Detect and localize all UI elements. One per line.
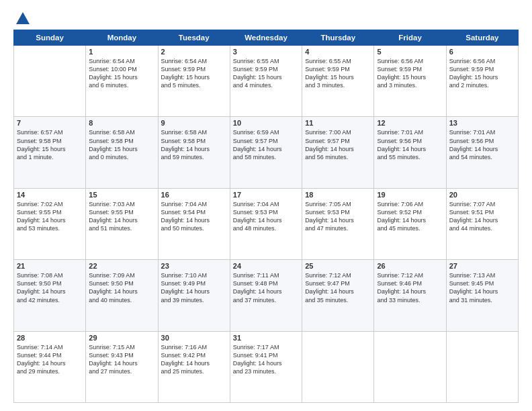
header: [13, 11, 519, 24]
calendar-cell: 17Sunrise: 7:04 AM Sunset: 9:53 PM Dayli…: [230, 188, 302, 259]
calendar-cell: [302, 331, 374, 402]
cell-info: Sunrise: 7:13 AM Sunset: 9:45 PM Dayligh…: [449, 271, 515, 304]
cell-info: Sunrise: 7:06 AM Sunset: 9:52 PM Dayligh…: [377, 200, 443, 233]
weekday-monday: Monday: [86, 30, 158, 46]
cell-info: Sunrise: 6:56 AM Sunset: 9:59 PM Dayligh…: [377, 57, 443, 90]
cell-info: Sunrise: 6:59 AM Sunset: 9:57 PM Dayligh…: [233, 128, 299, 161]
calendar-cell: 14Sunrise: 7:02 AM Sunset: 9:55 PM Dayli…: [14, 188, 86, 259]
cell-info: Sunrise: 7:15 AM Sunset: 9:43 PM Dayligh…: [89, 343, 154, 376]
day-number: 23: [161, 262, 227, 270]
calendar-cell: 30Sunrise: 7:16 AM Sunset: 9:42 PM Dayli…: [158, 331, 230, 402]
calendar-week-5: 28Sunrise: 7:14 AM Sunset: 9:44 PM Dayli…: [14, 331, 519, 402]
calendar-cell: 13Sunrise: 7:01 AM Sunset: 9:56 PM Dayli…: [446, 117, 518, 188]
day-number: 29: [89, 334, 154, 342]
day-number: 26: [377, 262, 443, 270]
calendar-cell: 24Sunrise: 7:11 AM Sunset: 9:48 PM Dayli…: [230, 260, 302, 331]
calendar-cell: 15Sunrise: 7:03 AM Sunset: 9:55 PM Dayli…: [86, 188, 158, 259]
cell-info: Sunrise: 7:12 AM Sunset: 9:46 PM Dayligh…: [377, 271, 443, 304]
logo-icon: [15, 11, 31, 27]
cell-info: Sunrise: 7:02 AM Sunset: 9:55 PM Dayligh…: [17, 200, 83, 233]
weekday-wednesday: Wednesday: [230, 30, 302, 46]
logo: [13, 11, 31, 24]
day-number: 30: [161, 334, 227, 342]
calendar-cell: 29Sunrise: 7:15 AM Sunset: 9:43 PM Dayli…: [86, 331, 158, 402]
calendar-cell: 31Sunrise: 7:17 AM Sunset: 9:41 PM Dayli…: [230, 331, 302, 402]
cell-info: Sunrise: 7:09 AM Sunset: 9:50 PM Dayligh…: [89, 271, 154, 304]
weekday-header-row: SundayMondayTuesdayWednesdayThursdayFrid…: [14, 30, 519, 46]
cell-info: Sunrise: 6:56 AM Sunset: 9:59 PM Dayligh…: [449, 57, 515, 90]
calendar-cell: 18Sunrise: 7:05 AM Sunset: 9:53 PM Dayli…: [302, 188, 374, 259]
calendar-cell: 8Sunrise: 6:58 AM Sunset: 9:58 PM Daylig…: [86, 117, 158, 188]
day-number: 9: [161, 119, 227, 127]
cell-info: Sunrise: 7:16 AM Sunset: 9:42 PM Dayligh…: [161, 343, 227, 376]
cell-info: Sunrise: 6:58 AM Sunset: 9:58 PM Dayligh…: [89, 128, 154, 161]
cell-info: Sunrise: 6:55 AM Sunset: 9:59 PM Dayligh…: [305, 57, 371, 90]
day-number: 8: [89, 119, 154, 127]
calendar-cell: 23Sunrise: 7:10 AM Sunset: 9:49 PM Dayli…: [158, 260, 230, 331]
calendar-cell: 12Sunrise: 7:01 AM Sunset: 9:56 PM Dayli…: [374, 117, 446, 188]
calendar-cell: 10Sunrise: 6:59 AM Sunset: 9:57 PM Dayli…: [230, 117, 302, 188]
calendar-cell: 7Sunrise: 6:57 AM Sunset: 9:58 PM Daylig…: [14, 117, 86, 188]
calendar-cell: 9Sunrise: 6:58 AM Sunset: 9:58 PM Daylig…: [158, 117, 230, 188]
cell-info: Sunrise: 7:10 AM Sunset: 9:49 PM Dayligh…: [161, 271, 227, 304]
cell-info: Sunrise: 7:11 AM Sunset: 9:48 PM Dayligh…: [233, 271, 299, 304]
weekday-thursday: Thursday: [302, 30, 374, 46]
day-number: 15: [89, 191, 154, 199]
day-number: 3: [233, 48, 299, 56]
day-number: 14: [17, 191, 83, 199]
day-number: 5: [377, 48, 443, 56]
cell-info: Sunrise: 6:57 AM Sunset: 9:58 PM Dayligh…: [17, 128, 83, 161]
calendar-week-4: 21Sunrise: 7:08 AM Sunset: 9:50 PM Dayli…: [14, 260, 519, 331]
day-number: 4: [305, 48, 371, 56]
cell-info: Sunrise: 7:04 AM Sunset: 9:53 PM Dayligh…: [233, 200, 299, 233]
calendar-cell: 26Sunrise: 7:12 AM Sunset: 9:46 PM Dayli…: [374, 260, 446, 331]
cell-info: Sunrise: 7:01 AM Sunset: 9:56 PM Dayligh…: [449, 128, 515, 161]
day-number: 11: [305, 119, 371, 127]
svg-marker-0: [16, 12, 30, 24]
day-number: 27: [449, 262, 515, 270]
cell-info: Sunrise: 7:17 AM Sunset: 9:41 PM Dayligh…: [233, 343, 299, 376]
day-number: 20: [449, 191, 515, 199]
cell-info: Sunrise: 6:54 AM Sunset: 9:59 PM Dayligh…: [161, 57, 227, 90]
calendar-cell: 21Sunrise: 7:08 AM Sunset: 9:50 PM Dayli…: [14, 260, 86, 331]
weekday-tuesday: Tuesday: [158, 30, 230, 46]
day-number: 22: [89, 262, 154, 270]
cell-info: Sunrise: 7:05 AM Sunset: 9:53 PM Dayligh…: [305, 200, 371, 233]
cell-info: Sunrise: 7:01 AM Sunset: 9:56 PM Dayligh…: [377, 128, 443, 161]
calendar-cell: 5Sunrise: 6:56 AM Sunset: 9:59 PM Daylig…: [374, 46, 446, 117]
calendar-week-1: 1Sunrise: 6:54 AM Sunset: 10:00 PM Dayli…: [14, 46, 519, 117]
calendar-cell: [14, 46, 86, 117]
day-number: 7: [17, 119, 83, 127]
day-number: 31: [233, 334, 299, 342]
day-number: 1: [89, 48, 154, 56]
calendar-cell: 3Sunrise: 6:55 AM Sunset: 9:59 PM Daylig…: [230, 46, 302, 117]
day-number: 21: [17, 262, 83, 270]
day-number: 19: [377, 191, 443, 199]
cell-info: Sunrise: 7:07 AM Sunset: 9:51 PM Dayligh…: [449, 200, 515, 233]
day-number: 25: [305, 262, 371, 270]
calendar-cell: 2Sunrise: 6:54 AM Sunset: 9:59 PM Daylig…: [158, 46, 230, 117]
weekday-saturday: Saturday: [446, 30, 518, 46]
day-number: 10: [233, 119, 299, 127]
day-number: 6: [449, 48, 515, 56]
calendar-week-2: 7Sunrise: 6:57 AM Sunset: 9:58 PM Daylig…: [14, 117, 519, 188]
calendar-cell: 4Sunrise: 6:55 AM Sunset: 9:59 PM Daylig…: [302, 46, 374, 117]
day-number: 17: [233, 191, 299, 199]
calendar-cell: 11Sunrise: 7:00 AM Sunset: 9:57 PM Dayli…: [302, 117, 374, 188]
cell-info: Sunrise: 6:58 AM Sunset: 9:58 PM Dayligh…: [161, 128, 227, 161]
calendar-table: SundayMondayTuesdayWednesdayThursdayFrid…: [13, 30, 519, 403]
day-number: 12: [377, 119, 443, 127]
calendar-cell: 22Sunrise: 7:09 AM Sunset: 9:50 PM Dayli…: [86, 260, 158, 331]
calendar-cell: 25Sunrise: 7:12 AM Sunset: 9:47 PM Dayli…: [302, 260, 374, 331]
cell-info: Sunrise: 7:08 AM Sunset: 9:50 PM Dayligh…: [17, 271, 83, 304]
calendar-cell: 27Sunrise: 7:13 AM Sunset: 9:45 PM Dayli…: [446, 260, 518, 331]
day-number: 28: [17, 334, 83, 342]
cell-info: Sunrise: 7:00 AM Sunset: 9:57 PM Dayligh…: [305, 128, 371, 161]
day-number: 2: [161, 48, 227, 56]
calendar-cell: 1Sunrise: 6:54 AM Sunset: 10:00 PM Dayli…: [86, 46, 158, 117]
day-number: 18: [305, 191, 371, 199]
page: SundayMondayTuesdayWednesdayThursdayFrid…: [0, 0, 532, 411]
day-number: 24: [233, 262, 299, 270]
calendar-cell: 28Sunrise: 7:14 AM Sunset: 9:44 PM Dayli…: [14, 331, 86, 402]
day-number: 16: [161, 191, 227, 199]
